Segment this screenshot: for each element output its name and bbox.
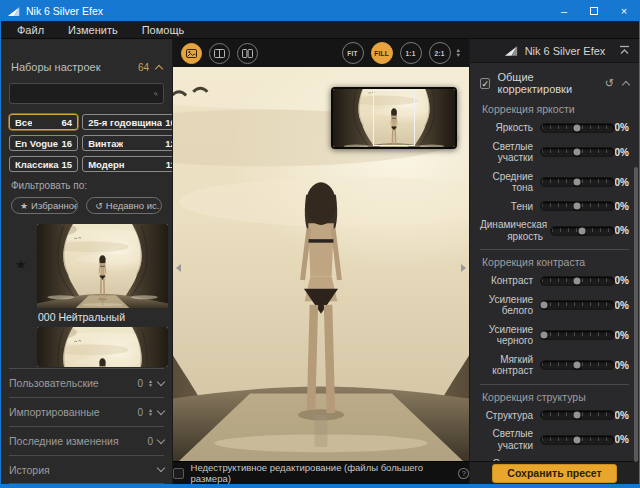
slider-thumb[interactable] [574, 203, 581, 210]
slider-track[interactable] [540, 123, 614, 133]
menu-file[interactable]: Файл [17, 24, 44, 36]
category-en-vogue[interactable]: En Vogue 16 [9, 135, 78, 151]
collapse-panel-icon[interactable] [619, 45, 630, 56]
filter-favorites-button[interactable]: ★ Избранное [11, 197, 78, 214]
stepper-icon[interactable]: ▲▼ [148, 379, 153, 387]
slider-track[interactable] [540, 410, 614, 420]
menu-edit[interactable]: Изменить [68, 24, 118, 36]
preset-list: ★ 000 Нейтральный [1, 221, 172, 368]
slider-thumb[interactable] [574, 436, 581, 443]
slider-track[interactable] [540, 276, 614, 286]
zoom-fit-button[interactable]: FIT [342, 42, 364, 64]
canvas-footer: Недеструктивное редактирование (файлы бо… [173, 461, 469, 484]
slider-thumb[interactable] [574, 412, 581, 419]
slider-thumb[interactable] [579, 227, 586, 234]
stepper-icon[interactable]: ▲▼ [148, 408, 153, 416]
chevron-down-icon[interactable] [157, 435, 165, 443]
slider-highlights: Светлые участки 0% [480, 141, 629, 164]
slider-track[interactable] [540, 360, 614, 370]
chevron-down-icon[interactable] [157, 464, 165, 472]
zoom-2-1-button[interactable]: 2:1 [429, 42, 451, 64]
slider-amplify-blacks: Усиление черного 0% [480, 324, 629, 347]
single-preview-button[interactable] [181, 43, 202, 64]
preset-thumbnail-next[interactable] [37, 327, 168, 367]
preset-search-input[interactable] [10, 88, 154, 99]
info-icon[interactable]: ? [458, 468, 469, 479]
image-canvas[interactable] [173, 67, 469, 461]
section-custom[interactable]: Пользовательские 0 ▲▼ [9, 368, 164, 397]
chevron-down-icon[interactable] [157, 406, 165, 414]
slider-structure: Структура 0% [480, 410, 629, 422]
section-recent-edits[interactable]: Последние изменения 0 [9, 426, 164, 455]
title-bar: Nik 6 Silver Efex – × [1, 1, 639, 21]
preset-name: 000 Нейтральный [38, 311, 125, 323]
navigator-viewport-rect[interactable] [373, 90, 415, 146]
slider-track[interactable] [540, 435, 614, 445]
slider-thumb[interactable] [540, 332, 547, 339]
chevron-down-icon[interactable] [157, 377, 165, 385]
section-imported[interactable]: Импортированные 0 ▲▼ [9, 397, 164, 426]
panel-scrollbar[interactable] [634, 167, 638, 462]
slider-thumb[interactable] [574, 362, 581, 369]
preset-categories: Все 64 25-я годовщина 10 En Vogue 16 Вин… [9, 114, 164, 172]
category-classic[interactable]: Классика 15 [9, 156, 78, 172]
minimize-button[interactable]: – [549, 1, 579, 21]
global-adjustments-checkbox[interactable]: ✓ [480, 78, 490, 89]
search-icon [154, 88, 158, 100]
slider-dynamic-brightness: Динамическая яркость 0% [480, 219, 629, 242]
contrast-group-title: Коррекция контраста [482, 256, 629, 268]
preview-toolbar: FIT FILL 1:1 2:1 ▲▼ [173, 39, 469, 67]
reset-icon[interactable]: ↺ [605, 77, 614, 90]
split-preview-button[interactable] [209, 43, 230, 64]
category-all[interactable]: Все 64 [9, 114, 78, 130]
slider-track[interactable] [540, 300, 614, 310]
slider-track[interactable] [550, 226, 615, 236]
structure-group-title: Коррекция структуры [482, 391, 629, 403]
slider-thumb[interactable] [574, 277, 581, 284]
slider-shadows: Тени 0% [480, 201, 629, 213]
section-history[interactable]: История [9, 455, 164, 484]
presets-count: 64 [138, 62, 149, 73]
chevron-up-icon[interactable] [622, 80, 630, 88]
slider-thumb[interactable] [540, 302, 547, 309]
filter-recent-button[interactable]: ↺ Недавно ис... [86, 197, 162, 214]
navigator-thumbnail[interactable] [331, 87, 457, 149]
nondestructive-checkbox[interactable] [173, 468, 184, 479]
close-button[interactable]: × [609, 1, 639, 21]
slider-contrast: Контраст 0% [480, 275, 629, 287]
slider-track[interactable] [540, 330, 614, 340]
canvas-column: FIT FILL 1:1 2:1 ▲▼ [173, 39, 469, 484]
slider-thumb[interactable] [574, 124, 581, 131]
category-modern[interactable]: Модерн 11 [82, 156, 173, 172]
side-by-side-preview-button[interactable] [237, 43, 258, 64]
category-vintage[interactable]: Винтаж 12 [82, 135, 173, 151]
slider-amplify-whites: Усиление белого 0% [480, 294, 629, 317]
app-window: Nik 6 Silver Efex – × Файл Изменить Помо… [0, 0, 640, 488]
slider-track[interactable] [540, 177, 614, 187]
global-adjustments-label: Общие корректировки [497, 71, 604, 95]
slider-track[interactable] [540, 147, 614, 157]
slider-track[interactable] [540, 201, 614, 211]
collapse-right-panel-arrow[interactable] [461, 264, 466, 272]
brightness-group-title: Коррекция яркости [482, 103, 629, 115]
adjustments-scroll-area[interactable]: ✓ Общие корректировки ↺ Коррекция яркост… [470, 63, 639, 461]
maximize-button[interactable] [579, 1, 609, 21]
preset-favorite-star-icon[interactable]: ★ [15, 257, 27, 272]
menu-help[interactable]: Помощь [142, 24, 185, 36]
category-anniversary[interactable]: 25-я годовщина 10 [82, 114, 173, 130]
slider-thumb[interactable] [574, 149, 581, 156]
menu-bar: Файл Изменить Помощь [1, 21, 639, 39]
slider-thumb[interactable] [574, 179, 581, 186]
presets-panel: Наборы настроек 64 Все 64 25-я годовщина [1, 39, 173, 484]
collapse-left-panel-arrow[interactable] [176, 264, 181, 272]
nondestructive-label: Недеструктивное редактирование (файлы бо… [191, 462, 452, 484]
zoom-stepper-icon[interactable]: ▲▼ [456, 48, 461, 58]
filter-by-label: Фильтровать по: [11, 180, 162, 191]
zoom-fill-button[interactable]: FILL [371, 42, 393, 64]
nik-logo-icon [504, 45, 519, 57]
zoom-1-1-button[interactable]: 1:1 [400, 42, 422, 64]
preset-search[interactable] [9, 83, 164, 104]
preset-thumbnail-neutral[interactable] [37, 224, 168, 308]
save-preset-button[interactable]: Сохранить пресет [492, 464, 616, 483]
presets-collapse-chevron[interactable] [155, 64, 163, 72]
